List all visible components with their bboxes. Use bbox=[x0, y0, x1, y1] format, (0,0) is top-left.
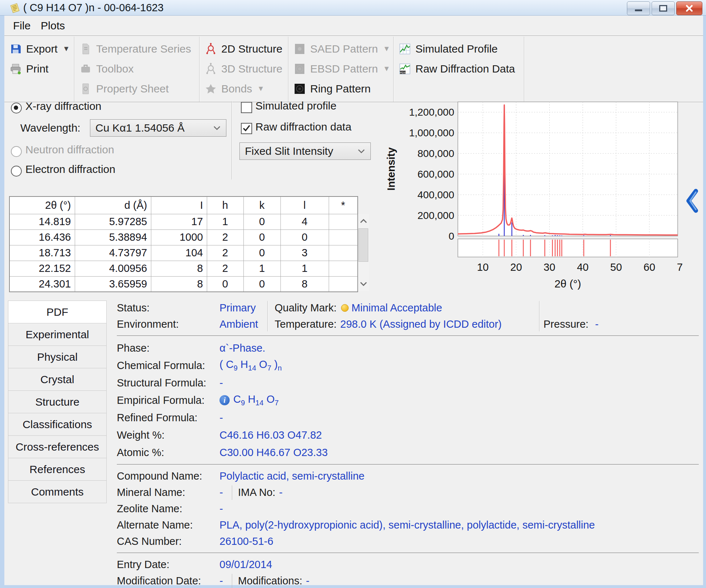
quality-mark-icon bbox=[341, 304, 349, 312]
slit-intensity-select[interactable]: Fixed Slit Intensity bbox=[239, 142, 371, 160]
toolbar-button-property-sheet[interactable]: Property Sheet bbox=[79, 79, 199, 99]
toolbar-button-ebsd-pattern[interactable]: EBSD Pattern▼ bbox=[294, 59, 393, 79]
application-window: ( C9 H14 O7 )n - 00-064-1623 FilePlots E… bbox=[0, 0, 706, 588]
toolbar-button-export[interactable]: Export▼ bbox=[9, 39, 74, 59]
column-header: * bbox=[329, 196, 358, 214]
toolbar-button-raw-diffraction-data[interactable]: PDXRaw Diffraction Data bbox=[399, 59, 524, 79]
toolbar-button-simulated-profile[interactable]: Simulated Profile bbox=[399, 39, 524, 59]
tab-pdf[interactable]: PDF bbox=[8, 301, 107, 323]
toolbar-button-label: Ring Pattern bbox=[310, 83, 371, 95]
electron-diffraction-radio[interactable] bbox=[11, 166, 22, 177]
wavelength-label: Wavelength: bbox=[20, 122, 81, 134]
simulated-profile-checkbox[interactable] bbox=[241, 102, 252, 113]
restore-button[interactable] bbox=[652, 1, 675, 15]
table-cell: 24.301 bbox=[9, 276, 75, 292]
toolbar-group: Temperature SeriesToolboxProperty Sheet bbox=[74, 37, 200, 102]
chart-svg[interactable]: 0200,000400,000600,000800,0001,000,0001,… bbox=[381, 100, 683, 295]
column-header: I bbox=[151, 196, 207, 214]
table-cell: 8 bbox=[151, 276, 207, 292]
table-row[interactable]: 22.1524.009568211 bbox=[9, 261, 358, 276]
diffraction-chart[interactable]: 0200,000400,000600,000800,0001,000,0001,… bbox=[381, 100, 683, 295]
table-cell: 4.00956 bbox=[75, 261, 151, 276]
toolbar-group: Simulated ProfilePDXRaw Diffraction Data bbox=[394, 37, 524, 102]
empirical-formula-value: C9 H14 O7 bbox=[233, 393, 279, 407]
refined-formula-label: Refined Formula: bbox=[117, 412, 219, 424]
peak-strip bbox=[458, 239, 678, 257]
toolbar-button-3d-structure[interactable]: 3D Structure bbox=[205, 59, 288, 79]
toolbar-button-saed-pattern[interactable]: SAED Pattern▼ bbox=[294, 39, 393, 59]
environment-value: Ambient bbox=[219, 318, 258, 330]
tab-physical[interactable]: Physical bbox=[8, 345, 107, 368]
toolbar-button-label: SAED Pattern bbox=[310, 43, 378, 55]
collapse-panel-chevron[interactable] bbox=[686, 189, 698, 213]
tab-structure[interactable]: Structure bbox=[8, 390, 107, 413]
table-row[interactable]: 18.7134.73797104203 bbox=[9, 245, 358, 261]
xray-diffraction-radio[interactable] bbox=[11, 103, 22, 113]
menu-item-file[interactable]: File bbox=[8, 20, 36, 32]
toolbar-button-label: Export bbox=[26, 43, 58, 55]
section-divider bbox=[117, 552, 699, 554]
x-axis-label: 2θ (°) bbox=[554, 278, 581, 290]
toolbar-button-temperature-series[interactable]: Temperature Series bbox=[79, 39, 199, 59]
simulated-profile-icon bbox=[399, 43, 411, 55]
scroll-down-button[interactable] bbox=[358, 277, 369, 291]
tab-cross-references[interactable]: Cross-references bbox=[8, 435, 107, 458]
toolbar-button-toolbox[interactable]: Toolbox bbox=[79, 59, 199, 79]
toolbox-icon bbox=[79, 63, 92, 75]
plot-area[interactable] bbox=[458, 102, 678, 236]
toolbar-group: 2D Structure3D StructureBonds▼ bbox=[200, 37, 288, 102]
table-cell: 1 bbox=[280, 261, 329, 276]
svg-text:600,000: 600,000 bbox=[418, 169, 454, 180]
pressure-value: - bbox=[595, 318, 599, 330]
table-row[interactable]: 14.8195.9728517104 bbox=[9, 214, 358, 229]
quality-mark-value: Minimal Acceptable bbox=[352, 302, 442, 314]
tab-classifications[interactable]: Classifications bbox=[8, 413, 107, 436]
table-scrollbar[interactable] bbox=[358, 214, 369, 291]
raw-diffraction-label: Raw diffraction data bbox=[255, 121, 352, 133]
minimize-button[interactable] bbox=[627, 1, 650, 15]
info-icon[interactable]: i bbox=[219, 395, 230, 405]
toolbar-button-ring-pattern[interactable]: Ring Pattern bbox=[294, 79, 393, 99]
toolbar-button-2d-structure[interactable]: 2D Structure bbox=[205, 39, 288, 59]
pressure-label: Pressure: bbox=[543, 318, 588, 330]
table-row[interactable]: 24.3013.659598008 bbox=[9, 276, 358, 292]
toolbar-button-print[interactable]: Print bbox=[9, 59, 74, 79]
toolbar-button-label: Raw Diffraction Data bbox=[415, 63, 515, 75]
toolbar-button-bonds[interactable]: Bonds▼ bbox=[205, 79, 288, 99]
phase-label: Phase: bbox=[117, 342, 219, 354]
structural-formula-value: - bbox=[219, 377, 223, 389]
modification-date-value: - bbox=[219, 575, 226, 587]
raw-diffraction-checkbox[interactable] bbox=[241, 123, 252, 134]
svg-text:0: 0 bbox=[448, 231, 454, 242]
scroll-up-button[interactable] bbox=[358, 214, 369, 228]
saed-pattern-icon bbox=[294, 43, 306, 55]
alternate-name-label: Alternate Name: bbox=[117, 519, 219, 531]
scrollbar-thumb[interactable] bbox=[358, 228, 368, 262]
table-cell: 3 bbox=[280, 245, 329, 261]
toolbar-button-label: Temperature Series bbox=[96, 43, 191, 55]
table-cell: 104 bbox=[151, 245, 207, 261]
electron-diffraction-label: Electron diffraction bbox=[25, 163, 115, 175]
chevron-up-icon bbox=[360, 219, 367, 223]
toolbar-button-label: 2D Structure bbox=[221, 43, 282, 55]
tab-crystal[interactable]: Crystal bbox=[8, 368, 107, 391]
close-button[interactable] bbox=[676, 1, 702, 15]
table-cell bbox=[329, 229, 358, 245]
wavelength-select[interactable]: Cu Kα1 1.54056 Å bbox=[90, 119, 226, 137]
tab-references[interactable]: References bbox=[8, 458, 107, 481]
svg-text:1,200,000: 1,200,000 bbox=[409, 107, 454, 118]
neutron-diffraction-radio[interactable] bbox=[11, 146, 22, 157]
chevron-down-icon bbox=[357, 149, 365, 154]
table-row[interactable]: 16.4365.388941000200 bbox=[9, 229, 358, 245]
ring-pattern-icon bbox=[294, 83, 306, 95]
menu-item-plots[interactable]: Plots bbox=[36, 20, 70, 32]
molecule-2d-icon bbox=[205, 43, 217, 55]
restore-icon bbox=[659, 5, 667, 12]
property-sheet-icon bbox=[79, 83, 92, 95]
wavelength-value: Cu Kα1 1.54056 Å bbox=[95, 122, 213, 134]
quality-mark-label: Quality Mark: bbox=[275, 302, 337, 314]
table-cell: 3.65959 bbox=[75, 276, 151, 292]
tab-comments[interactable]: Comments bbox=[8, 480, 107, 503]
chemical-formula-value: ( C9 H14 O7 )n bbox=[219, 359, 282, 372]
tab-experimental[interactable]: Experimental bbox=[8, 323, 107, 346]
